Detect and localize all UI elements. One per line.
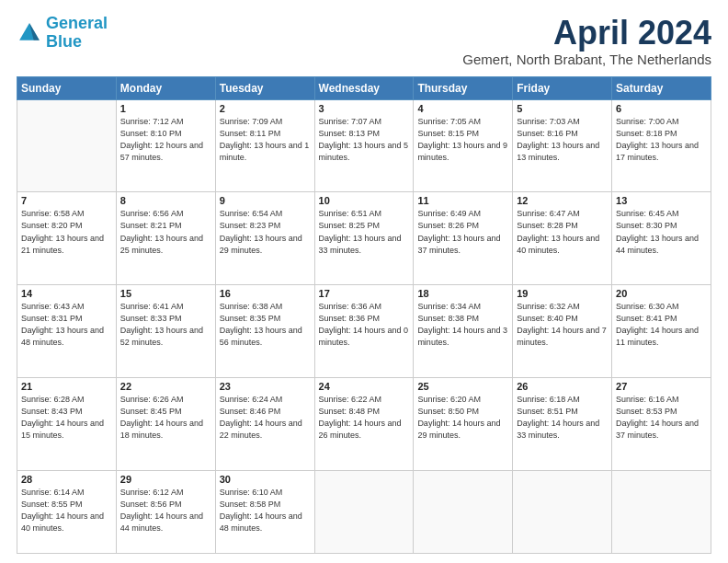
sunrise: Sunrise: 7:05 AM <box>417 117 481 126</box>
sunrise: Sunrise: 7:00 AM <box>616 117 679 126</box>
sunrise: Sunrise: 6:49 AM <box>417 209 481 218</box>
day-info: Sunrise: 6:28 AM Sunset: 8:43 PM Dayligh… <box>21 394 112 442</box>
daylight: Daylight: 13 hours and 13 minutes. <box>517 141 599 162</box>
daylight: Daylight: 13 hours and 9 minutes. <box>417 141 507 162</box>
day-cell: 19 Sunrise: 6:32 AM Sunset: 8:40 PM Dayl… <box>513 285 612 378</box>
daylight: Daylight: 14 hours and 0 minutes. <box>319 326 409 347</box>
sunrise: Sunrise: 7:07 AM <box>319 117 382 126</box>
day-cell <box>513 470 612 553</box>
sunrise: Sunrise: 6:41 AM <box>120 302 184 311</box>
day-cell: 8 Sunrise: 6:56 AM Sunset: 8:21 PM Dayli… <box>116 192 215 285</box>
col-tuesday: Tuesday <box>215 76 314 99</box>
daylight: Daylight: 14 hours and 7 minutes. <box>517 326 607 347</box>
week-row-4: 21 Sunrise: 6:28 AM Sunset: 8:43 PM Dayl… <box>17 378 711 471</box>
daylight: Daylight: 14 hours and 3 minutes. <box>417 326 507 347</box>
day-info: Sunrise: 6:26 AM Sunset: 8:45 PM Dayligh… <box>120 394 211 442</box>
sunset: Sunset: 8:13 PM <box>319 129 381 138</box>
sunset: Sunset: 8:53 PM <box>616 407 677 416</box>
day-number: 28 <box>21 474 112 485</box>
day-cell: 26 Sunrise: 6:18 AM Sunset: 8:51 PM Dayl… <box>513 378 612 471</box>
day-cell: 18 Sunrise: 6:34 AM Sunset: 8:38 PM Dayl… <box>414 285 513 378</box>
day-info: Sunrise: 7:07 AM Sunset: 8:13 PM Dayligh… <box>319 116 410 164</box>
day-number: 15 <box>120 288 211 299</box>
sunset: Sunset: 8:58 PM <box>220 500 281 509</box>
day-number: 9 <box>220 195 311 206</box>
day-number: 11 <box>417 195 508 206</box>
daylight: Daylight: 14 hours and 18 minutes. <box>120 419 203 440</box>
week-row-3: 14 Sunrise: 6:43 AM Sunset: 8:31 PM Dayl… <box>17 285 711 378</box>
sunset: Sunset: 8:33 PM <box>120 314 182 323</box>
day-info: Sunrise: 6:20 AM Sunset: 8:50 PM Dayligh… <box>417 394 508 442</box>
day-number: 14 <box>21 288 112 299</box>
day-number: 13 <box>616 195 707 206</box>
sunset: Sunset: 8:46 PM <box>220 407 281 416</box>
sunrise: Sunrise: 6:47 AM <box>517 209 580 218</box>
day-cell: 12 Sunrise: 6:47 AM Sunset: 8:28 PM Dayl… <box>513 192 612 285</box>
day-info: Sunrise: 7:03 AM Sunset: 8:16 PM Dayligh… <box>517 116 608 164</box>
sunset: Sunset: 8:11 PM <box>220 129 281 138</box>
day-number: 29 <box>120 474 211 485</box>
day-number: 30 <box>220 474 311 485</box>
sunset: Sunset: 8:36 PM <box>319 314 381 323</box>
daylight: Daylight: 14 hours and 37 minutes. <box>616 419 699 440</box>
sunset: Sunset: 8:15 PM <box>417 129 479 138</box>
sunset: Sunset: 8:35 PM <box>220 314 281 323</box>
col-wednesday: Wednesday <box>314 76 414 99</box>
week-row-2: 7 Sunrise: 6:58 AM Sunset: 8:20 PM Dayli… <box>17 192 711 285</box>
day-number: 27 <box>616 381 707 392</box>
daylight: Daylight: 13 hours and 52 minutes. <box>120 326 203 347</box>
day-info: Sunrise: 6:30 AM Sunset: 8:41 PM Dayligh… <box>616 301 707 349</box>
day-info: Sunrise: 6:18 AM Sunset: 8:51 PM Dayligh… <box>517 394 608 442</box>
sunrise: Sunrise: 6:12 AM <box>120 488 184 497</box>
day-cell: 9 Sunrise: 6:54 AM Sunset: 8:23 PM Dayli… <box>215 192 314 285</box>
day-cell: 1 Sunrise: 7:12 AM Sunset: 8:10 PM Dayli… <box>116 99 215 192</box>
sunrise: Sunrise: 7:12 AM <box>120 117 184 126</box>
sunrise: Sunrise: 6:43 AM <box>21 302 85 311</box>
daylight: Daylight: 14 hours and 11 minutes. <box>616 326 699 347</box>
daylight: Daylight: 14 hours and 29 minutes. <box>417 419 500 440</box>
daylight: Daylight: 13 hours and 21 minutes. <box>21 234 104 255</box>
day-number: 24 <box>319 381 410 392</box>
sunrise: Sunrise: 6:10 AM <box>220 488 283 497</box>
sunset: Sunset: 8:16 PM <box>517 129 578 138</box>
day-number: 26 <box>517 381 608 392</box>
daylight: Daylight: 13 hours and 25 minutes. <box>120 234 203 255</box>
day-cell: 11 Sunrise: 6:49 AM Sunset: 8:26 PM Dayl… <box>414 192 513 285</box>
day-cell: 28 Sunrise: 6:14 AM Sunset: 8:55 PM Dayl… <box>17 470 117 553</box>
sunrise: Sunrise: 6:54 AM <box>220 209 283 218</box>
day-cell: 17 Sunrise: 6:36 AM Sunset: 8:36 PM Dayl… <box>314 285 414 378</box>
day-cell: 20 Sunrise: 6:30 AM Sunset: 8:41 PM Dayl… <box>612 285 711 378</box>
sunset: Sunset: 8:48 PM <box>319 407 381 416</box>
sunset: Sunset: 8:10 PM <box>120 129 182 138</box>
header: General Blue April 2024 Gemert, North Br… <box>17 15 711 67</box>
day-info: Sunrise: 6:22 AM Sunset: 8:48 PM Dayligh… <box>319 394 410 442</box>
daylight: Daylight: 13 hours and 44 minutes. <box>616 234 699 255</box>
sunrise: Sunrise: 6:22 AM <box>319 395 382 404</box>
sunset: Sunset: 8:25 PM <box>319 221 381 230</box>
day-info: Sunrise: 6:43 AM Sunset: 8:31 PM Dayligh… <box>21 301 112 349</box>
day-cell: 30 Sunrise: 6:10 AM Sunset: 8:58 PM Dayl… <box>215 470 314 553</box>
day-cell: 2 Sunrise: 7:09 AM Sunset: 8:11 PM Dayli… <box>215 99 314 192</box>
day-number: 21 <box>21 381 112 392</box>
sunset: Sunset: 8:43 PM <box>21 407 83 416</box>
sunrise: Sunrise: 6:14 AM <box>21 488 85 497</box>
logo-icon <box>17 20 42 46</box>
day-cell: 14 Sunrise: 6:43 AM Sunset: 8:31 PM Dayl… <box>17 285 117 378</box>
day-info: Sunrise: 7:12 AM Sunset: 8:10 PM Dayligh… <box>120 116 211 164</box>
daylight: Daylight: 13 hours and 48 minutes. <box>21 326 104 347</box>
sunrise: Sunrise: 6:24 AM <box>220 395 283 404</box>
sunrise: Sunrise: 6:32 AM <box>517 302 580 311</box>
main-title: April 2024 <box>462 15 711 52</box>
day-cell: 7 Sunrise: 6:58 AM Sunset: 8:20 PM Dayli… <box>17 192 117 285</box>
calendar-table: Sunday Monday Tuesday Wednesday Thursday… <box>17 76 711 554</box>
sunrise: Sunrise: 6:30 AM <box>616 302 679 311</box>
day-number: 25 <box>417 381 508 392</box>
day-info: Sunrise: 6:14 AM Sunset: 8:55 PM Dayligh… <box>21 487 112 534</box>
col-saturday: Saturday <box>612 76 711 99</box>
sunset: Sunset: 8:40 PM <box>517 314 578 323</box>
sunrise: Sunrise: 6:45 AM <box>616 209 679 218</box>
daylight: Daylight: 13 hours and 33 minutes. <box>319 234 402 255</box>
logo-text: General Blue <box>46 15 108 52</box>
day-cell: 25 Sunrise: 6:20 AM Sunset: 8:50 PM Dayl… <box>414 378 513 471</box>
day-number: 8 <box>120 195 211 206</box>
